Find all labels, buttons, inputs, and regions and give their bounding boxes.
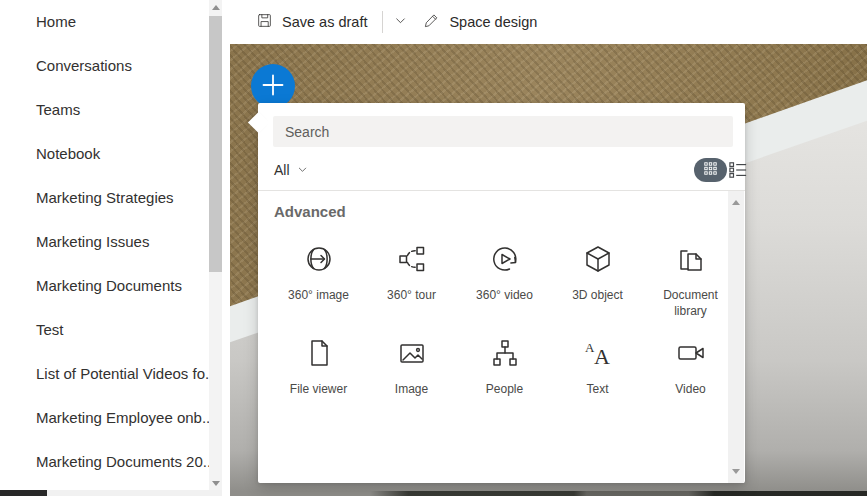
tour-360-icon [396, 243, 428, 279]
chevron-down-icon [394, 14, 407, 30]
sidebar-item-notebook[interactable]: Notebook [0, 132, 209, 176]
web-part-picker-panel: All [258, 103, 745, 483]
sidebar-item-potential-videos[interactable]: List of Potential Videos fo... [0, 352, 209, 396]
tile-label: 360° tour [376, 288, 448, 304]
grid-view-icon [704, 162, 717, 178]
list-view-toggle[interactable] [729, 161, 747, 179]
sidebar-item-teams[interactable]: Teams [0, 88, 209, 132]
svg-text:A: A [594, 344, 610, 369]
tile-360-video[interactable]: 360° video [458, 231, 551, 321]
add-web-part-button[interactable] [251, 64, 295, 108]
filter-all-dropdown[interactable]: All [274, 159, 308, 181]
tile-label: Text [562, 382, 634, 398]
sidebar-scrollbar[interactable] [209, 0, 222, 496]
space-canvas: All [222, 44, 867, 496]
search-input[interactable] [273, 116, 733, 147]
plus-icon [262, 74, 284, 99]
tile-label: Document library [655, 288, 727, 319]
toolbar-divider [382, 11, 383, 33]
document-library-icon [675, 243, 707, 279]
scroll-down-icon[interactable] [212, 481, 220, 486]
tile-label: 360° image [283, 288, 355, 304]
toolbar: Save as draft Space design [222, 0, 867, 44]
scroll-up-icon[interactable] [212, 5, 220, 10]
video-360-icon [489, 243, 521, 279]
scroll-up-icon[interactable] [732, 200, 740, 205]
globe-360-icon [303, 243, 335, 279]
space-design-button[interactable]: Space design [423, 6, 537, 38]
section-title-advanced: Advanced [274, 203, 346, 220]
list-view-icon [729, 167, 747, 182]
sidebar-item-marketing-issues[interactable]: Marketing Issues [0, 220, 209, 264]
tile-label: Image [376, 382, 448, 398]
tile-label: File viewer [283, 382, 355, 398]
tile-3d-object[interactable]: 3D object [551, 231, 644, 321]
sidebar-item-home[interactable]: Home [0, 0, 209, 44]
tile-360-image[interactable]: 360° image [272, 231, 365, 321]
tile-label: 3D object [562, 288, 634, 304]
panel-divider [258, 190, 745, 191]
save-options-dropdown[interactable] [394, 6, 407, 38]
pencil-icon [423, 12, 440, 32]
scroll-down-icon[interactable] [732, 469, 740, 474]
web-part-grid: 360° image [272, 231, 739, 415]
sidebar-nav: Home Conversations Teams Notebook Market… [0, 0, 209, 496]
filter-all-label: All [274, 162, 290, 178]
tile-people[interactable]: People [458, 325, 551, 415]
grid-view-toggle[interactable] [694, 158, 727, 182]
sidebar-item-marketing-documents-20[interactable]: Marketing Documents 20... [0, 440, 209, 484]
save-icon [256, 12, 273, 32]
sidebar-item-marketing-strategies[interactable]: Marketing Strategies [0, 176, 209, 220]
sidebar-item-marketing-documents[interactable]: Marketing Documents [0, 264, 209, 308]
sidebar-item-conversations[interactable]: Conversations [0, 44, 209, 88]
horizontal-scrollbar[interactable] [0, 490, 222, 496]
tile-label: People [469, 382, 541, 398]
chevron-down-icon [297, 162, 308, 178]
sidebar-scrollbar-thumb[interactable] [209, 16, 222, 272]
file-viewer-icon [303, 337, 335, 373]
tile-360-tour[interactable]: 360° tour [365, 231, 458, 321]
sidebar-item-employee-onboarding[interactable]: Marketing Employee onb... [0, 396, 209, 440]
people-icon [489, 337, 521, 373]
save-as-draft-label: Save as draft [282, 14, 367, 30]
panel-scrollbar[interactable] [728, 191, 744, 483]
tile-document-library[interactable]: Document library [644, 231, 737, 321]
photo-bottom-shadow [230, 491, 867, 496]
tile-video[interactable]: Video [644, 325, 737, 415]
text-icon: A A [582, 337, 614, 373]
horizontal-scrollbar-thumb[interactable] [0, 490, 47, 496]
tile-label: 360° video [469, 288, 541, 304]
cube-3d-icon [582, 243, 614, 279]
space-background-photo: All [230, 44, 867, 496]
tile-text[interactable]: A A Text [551, 325, 644, 415]
image-icon [396, 337, 428, 373]
save-as-draft-button[interactable]: Save as draft [256, 6, 367, 38]
video-icon [675, 337, 707, 373]
tile-file-viewer[interactable]: File viewer [272, 325, 365, 415]
tile-label: Video [655, 382, 727, 398]
sidebar-item-test[interactable]: Test [0, 308, 209, 352]
main-area: Save as draft Space design [222, 0, 867, 496]
sharepoint-space-editor: Home Conversations Teams Notebook Market… [0, 0, 867, 496]
space-design-label: Space design [449, 14, 537, 30]
tile-image[interactable]: Image [365, 325, 458, 415]
